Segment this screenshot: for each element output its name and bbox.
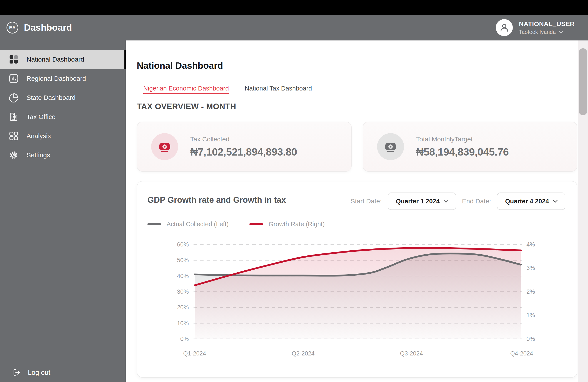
page-scrollbar-thumb[interactable] [579, 48, 587, 115]
y-axis-right-tick: 1% [526, 311, 555, 319]
logout-label: Log out [28, 369, 50, 377]
sidebar-item-label: Tax Office [26, 113, 55, 121]
user-menu[interactable]: NATIONAL_USER Taofeek Iyanda [496, 15, 575, 41]
person-icon [499, 23, 509, 33]
y-axis-left-tick: 10% [137, 319, 189, 327]
gdp-chart-card: GDP Growth rate and Growth in tax Start … [137, 181, 577, 378]
app-title: Dashboard [24, 22, 72, 33]
top-black-bar [0, 0, 588, 15]
office-building-icon [9, 112, 19, 122]
y-axis-left-tick: 50% [137, 256, 189, 264]
end-date-select[interactable]: Quarter 4 2024 [497, 192, 565, 210]
start-date-select[interactable]: Quarter 1 2024 [388, 192, 456, 210]
chevron-down-icon [558, 30, 564, 34]
bar-chart-square-icon [9, 74, 19, 84]
sidebar-item-settings[interactable]: Settings [0, 146, 126, 165]
sidebar-item-regional-dashboard[interactable]: Regional Dashboard [0, 69, 126, 88]
red-line-swatch [250, 223, 263, 225]
y-axis-right-tick: 0% [526, 335, 555, 343]
legend-label: Growth Rate (Right) [269, 221, 325, 228]
dashboard-grid-icon [9, 54, 19, 64]
user-name: Taofeek Iyanda [519, 29, 556, 35]
gray-line-swatch [147, 223, 161, 225]
x-axis-tick: Q2-2024 [284, 350, 323, 357]
four-squares-icon [9, 131, 19, 141]
y-axis-left-tick: 20% [137, 303, 189, 311]
banknote-icon [384, 140, 398, 154]
user-role: NATIONAL_USER [519, 20, 575, 28]
start-date-value: Quarter 1 2024 [396, 198, 440, 205]
line-chart-svg [193, 245, 522, 339]
sidebar-item-state-dashboard[interactable]: State Dashboard [0, 88, 126, 107]
settings-gear-icon [9, 150, 19, 160]
x-axis-tick: Q3-2024 [392, 350, 431, 357]
end-date-value: Quarter 4 2024 [505, 198, 549, 205]
start-date-label: Start Date: [351, 197, 382, 205]
banknote-icon [158, 140, 171, 154]
y-axis-right-tick: 4% [526, 241, 555, 248]
y-axis-left-tick: 30% [137, 288, 189, 296]
x-axis-tick: Q4-2024 [502, 350, 541, 357]
stat-card-total-monthly-target: Total MonthlyTarget ₦58,194,839,045.76 [363, 122, 578, 172]
sidebar-item-tax-office[interactable]: Tax Office [0, 107, 126, 127]
banknote-icon-circle [151, 133, 178, 160]
sidebar-item-label: Settings [26, 151, 50, 159]
app-header: EA Dashboard NATIONAL_USER Taofeek Iyand… [0, 15, 588, 41]
chevron-down-icon [443, 199, 449, 203]
line-chart-plot [193, 245, 522, 339]
y-axis-left-tick: 60% [137, 241, 189, 248]
date-filters: Start Date: Quarter 1 2024 End Date: Qua… [351, 192, 565, 210]
page-title: National Dashboard [137, 61, 578, 71]
logout-button[interactable]: Log out [13, 368, 50, 377]
y-axis-left-tick: 0% [137, 335, 189, 343]
y-axis-right-tick: 2% [526, 288, 555, 296]
chart-title: GDP Growth rate and Growth in tax [147, 195, 286, 205]
sidebar-item-label: Analysis [26, 132, 51, 140]
legend-label: Actual Collected (Left) [167, 221, 229, 228]
pie-chart-icon [9, 93, 19, 103]
legend-actual-collected: Actual Collected (Left) [147, 221, 229, 228]
tab-national-tax-dashboard[interactable]: National Tax Dashboard [245, 85, 312, 92]
stat-value: ₦58,194,839,045.76 [416, 146, 509, 158]
section-heading: TAX OVERVIEW - MONTH [137, 102, 578, 111]
tab-nigerian-economic-dashboard[interactable]: Nigerian Economic Dashboard [143, 85, 229, 92]
page-scrollbar-track[interactable] [578, 41, 588, 382]
banknote-icon-circle [377, 133, 404, 160]
sidebar-item-national-dashboard[interactable]: National Dashboard [0, 50, 126, 69]
stat-card-tax-collected: Tax Collected ₦7,102,521,894,893.80 [137, 122, 352, 172]
chart-legend: Actual Collected (Left) Growth Rate (Rig… [147, 221, 325, 228]
sidebar-item-label: National Dashboard [26, 56, 84, 63]
sidebar-item-analysis[interactable]: Analysis [0, 127, 126, 146]
main-content: National Dashboard Nigerian Economic Das… [126, 41, 578, 382]
sidebar: National Dashboard Regional Dashboard [0, 41, 126, 382]
x-axis-tick: Q1-2024 [175, 350, 214, 357]
sidebar-item-label: State Dashboard [26, 94, 75, 101]
avatar [496, 19, 513, 36]
logout-icon [13, 368, 21, 377]
legend-growth-rate: Growth Rate (Right) [250, 221, 325, 228]
stat-label: Tax Collected [190, 135, 297, 143]
stat-label: Total MonthlyTarget [416, 135, 509, 143]
ea-logo-icon: EA [6, 22, 18, 34]
stat-value: ₦7,102,521,894,893.80 [190, 146, 297, 158]
y-axis-right-tick: 3% [526, 264, 555, 272]
tab-bar: Nigerian Economic Dashboard National Tax… [143, 85, 578, 92]
chevron-down-icon [552, 199, 558, 203]
end-date-label: End Date: [462, 197, 491, 205]
y-axis-left-tick: 40% [137, 272, 189, 280]
stat-cards-row: Tax Collected ₦7,102,521,894,893.80 Tota… [137, 122, 577, 172]
sidebar-item-label: Regional Dashboard [26, 75, 86, 82]
app-logo: EA Dashboard [6, 22, 72, 34]
